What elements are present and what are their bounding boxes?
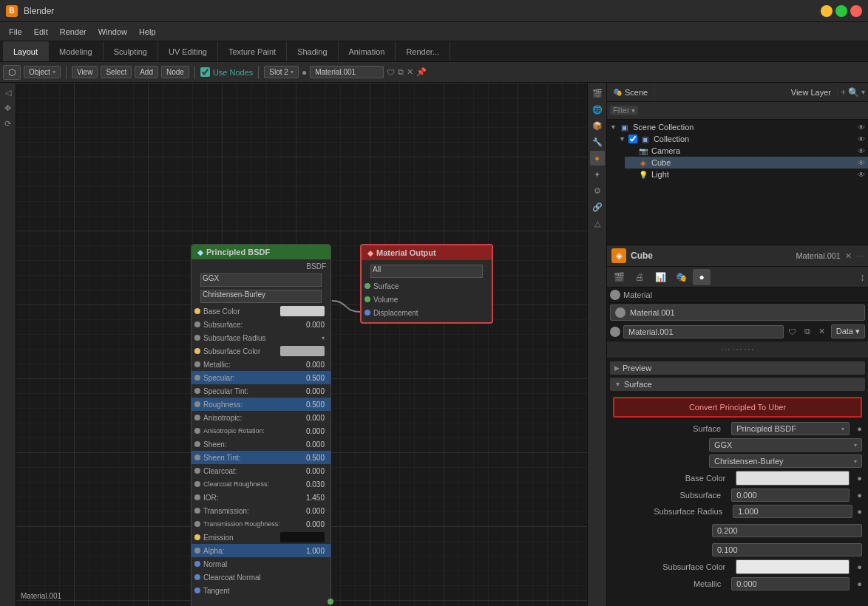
tab-render[interactable]: Render... (396, 41, 450, 61)
menu-file[interactable]: File (3, 26, 28, 38)
prop-icon-scene[interactable]: 🎬 (610, 269, 628, 285)
pin-icon[interactable]: 📌 (416, 67, 427, 77)
select-btn[interactable]: Select (101, 66, 132, 78)
sub-radius-val3[interactable]: 0.100 (712, 543, 862, 556)
collection-eye[interactable]: 👁 (858, 135, 865, 143)
physics-icon[interactable]: ⚙ (590, 183, 605, 198)
tab-shading[interactable]: Shading (287, 41, 338, 61)
particles-icon[interactable]: ✦ (590, 167, 605, 182)
subsurface-color-prop-swatch[interactable] (736, 559, 850, 574)
modifier-icon[interactable]: 🔧 (590, 135, 605, 149)
outliner-filter-btn[interactable]: Filter ▾ (610, 106, 638, 115)
surface-dot-btn[interactable]: ● (857, 424, 862, 433)
sidebar-toggle-icon[interactable]: ◁ (1, 86, 15, 99)
tool-icon-2[interactable]: ⟳ (1, 117, 15, 130)
node-btn[interactable]: Node (161, 66, 189, 78)
menu-render[interactable]: Render (54, 26, 92, 38)
subsurface-color-dot-btn[interactable]: ● (857, 562, 862, 571)
view-btn[interactable]: View (72, 66, 98, 78)
metallic-prop-value[interactable]: 0.000 (731, 577, 850, 590)
menu-help[interactable]: Help (133, 26, 162, 38)
prop-icon-scene2[interactable]: 🎭 (672, 269, 690, 285)
principled-bsdf-node[interactable]: ◆ Principled BSDF BSDF GGX Christensen-B… (191, 244, 331, 606)
outliner-filter-icon[interactable]: ▾ (861, 88, 865, 96)
menu-edit[interactable]: Edit (28, 26, 54, 38)
object-icon[interactable]: 📦 (590, 118, 605, 133)
subsurface-color-swatch[interactable] (280, 346, 325, 356)
camera-item[interactable]: 📷 Camera 👁 (625, 145, 868, 157)
surface-section-header[interactable]: ▼ Surface (610, 378, 865, 391)
preview-section-header[interactable]: ▶ Preview (610, 361, 865, 375)
convert-principled-btn[interactable]: Convert Principled To Uber (613, 397, 862, 418)
subsurface-dot-btn[interactable]: ● (857, 491, 862, 500)
menu-window[interactable]: Window (92, 26, 133, 38)
material-output-node[interactable]: ◆ Material Output All Surface (360, 244, 493, 324)
editor-type-btn[interactable]: ⬡ (3, 65, 21, 80)
prop-header-close[interactable]: ✕ (845, 251, 852, 261)
tab-modeling[interactable]: Modeling (49, 41, 104, 61)
christensen-selector[interactable]: Christensen-Burley ▾ (709, 454, 862, 468)
data-icon[interactable]: △ (590, 216, 605, 231)
mat-delete-icon[interactable]: ✕ (816, 327, 828, 336)
camera-eye[interactable]: 👁 (858, 147, 865, 155)
prop-icon-material[interactable]: ● (693, 269, 711, 285)
ggx-selector[interactable]: GGX ▾ (709, 438, 862, 452)
prop-expand-icon[interactable]: ↕ (860, 271, 865, 283)
light-item[interactable]: 💡 Light 👁 (625, 168, 868, 180)
node-editor[interactable]: ◁ ✥ ⟳ ◆ Principled BSDF BSDF GGX (0, 83, 587, 606)
slot-selector[interactable]: Slot 2 ▾ (264, 66, 299, 78)
outliner-add-icon[interactable]: + (841, 87, 846, 98)
material-name-field[interactable]: Material.001 (623, 325, 784, 338)
subsurface-method-select[interactable]: Christensen-Burley (200, 290, 322, 303)
view-layer-tab[interactable]: View Layer (785, 83, 837, 101)
base-color-swatch[interactable] (280, 306, 325, 316)
sphere-icon[interactable]: ● (302, 67, 307, 78)
material-icon-vertical[interactable]: ● (590, 151, 605, 166)
world-icon[interactable]: 🌐 (590, 102, 605, 117)
material-selector[interactable]: Material.001 (310, 66, 384, 78)
outliner-search-icon[interactable]: 🔍 (848, 87, 859, 98)
tool-icon-1[interactable]: ✥ (1, 101, 15, 115)
collection-checkbox[interactable] (628, 135, 637, 143)
prop-icon-view[interactable]: 📊 (651, 269, 669, 285)
data-btn[interactable]: Data ▾ (831, 324, 865, 338)
tab-layout[interactable]: Layout (3, 41, 49, 61)
tab-texture-paint[interactable]: Texture Paint (218, 41, 287, 61)
tab-sculpting[interactable]: Sculpting (104, 41, 158, 61)
scene-collection-item[interactable]: ▼ ▣ Scene Collection 👁 (607, 121, 868, 133)
sub-radius-val1[interactable]: 1.000 (733, 505, 852, 518)
minimize-button[interactable] (821, 5, 833, 17)
metallic-dot-btn[interactable]: ● (857, 579, 862, 588)
emission-swatch[interactable] (280, 532, 325, 542)
base-color-prop-swatch[interactable] (736, 471, 850, 486)
delete-material-icon[interactable]: ✕ (407, 67, 413, 77)
cube-item[interactable]: ◈ Cube 👁 (625, 157, 868, 168)
add-btn[interactable]: Add (135, 66, 158, 78)
scene-tab[interactable]: 🎭 Scene (607, 83, 654, 101)
tab-animation[interactable]: Animation (339, 41, 396, 61)
subsurface-prop-value[interactable]: 0.000 (731, 488, 850, 502)
close-button[interactable] (850, 5, 862, 17)
prop-icon-output[interactable]: 🖨 (631, 269, 648, 285)
tab-uv-editing[interactable]: UV Editing (158, 41, 218, 61)
prop-header-more[interactable]: ⋯ (856, 252, 864, 260)
shield-icon[interactable]: 🛡 (387, 68, 395, 77)
constraints-icon[interactable]: 🔗 (590, 200, 605, 214)
scene-collection-eye[interactable]: 👁 (858, 123, 865, 132)
mode-selector[interactable]: Object ▾ (24, 66, 61, 78)
sub-radius-val2[interactable]: 0.200 (712, 524, 862, 537)
scene-icon[interactable]: 🎬 (590, 86, 605, 101)
all-selector[interactable]: All (370, 265, 483, 278)
maximize-button[interactable] (835, 5, 847, 17)
sub-radius-dot1[interactable]: ● (857, 507, 862, 516)
mat-copy-icon[interactable]: ⧉ (801, 327, 813, 336)
material-slot-row[interactable]: Material.001 (610, 304, 865, 321)
use-nodes-checkbox[interactable] (200, 67, 210, 77)
cube-eye[interactable]: 👁 (858, 159, 865, 167)
surface-type-dropdown[interactable]: Principled BSDF ▾ (731, 422, 850, 435)
collection-item[interactable]: ▼ ▣ Collection 👁 (616, 133, 868, 145)
distribution-select[interactable]: GGX (200, 273, 322, 287)
copy-icon[interactable]: ⧉ (398, 67, 404, 77)
mat-shield-icon[interactable]: 🛡 (787, 327, 799, 336)
light-eye[interactable]: 👁 (858, 171, 865, 179)
